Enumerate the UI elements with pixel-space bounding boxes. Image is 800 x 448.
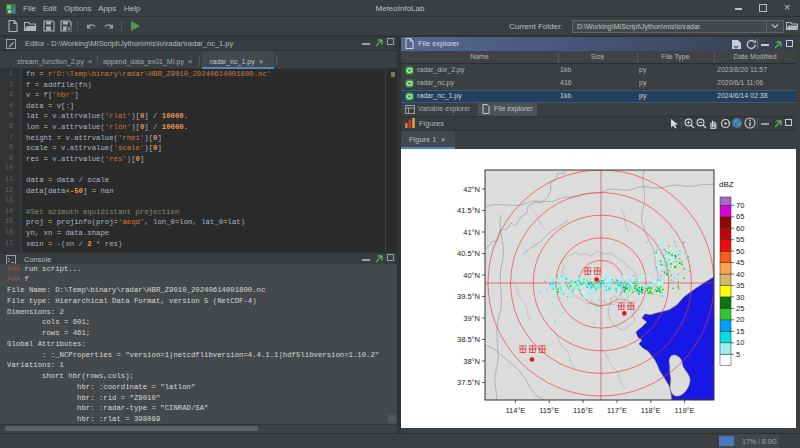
svg-text:65: 65 <box>736 212 744 221</box>
svg-text:40: 40 <box>736 270 744 279</box>
svg-text:10: 10 <box>736 338 744 347</box>
svg-text:70: 70 <box>736 201 744 210</box>
svg-text:5: 5 <box>736 350 740 359</box>
svg-text:41.5°N: 41.5°N <box>457 206 480 215</box>
svg-text:38°N: 38°N <box>463 357 480 366</box>
svg-text:38.5°N: 38.5°N <box>457 335 480 344</box>
svg-text:35: 35 <box>736 281 744 290</box>
svg-text:40.5°N: 40.5°N <box>457 249 480 258</box>
svg-text:37.5°N: 37.5°N <box>457 378 480 387</box>
svg-text:dBZ: dBZ <box>719 180 734 189</box>
svg-text:30: 30 <box>736 293 744 302</box>
svg-text:118°E: 118°E <box>641 406 661 415</box>
svg-text:20: 20 <box>736 315 744 324</box>
svg-text:45: 45 <box>736 258 744 267</box>
svg-text:117°E: 117°E <box>607 406 627 415</box>
svg-text:41°N: 41°N <box>463 228 480 237</box>
svg-text:114°E: 114°E <box>505 406 525 415</box>
svg-text:25: 25 <box>736 304 744 313</box>
svg-text:40°N: 40°N <box>463 271 480 280</box>
svg-text:39°N: 39°N <box>463 314 480 323</box>
svg-text:50: 50 <box>736 247 744 256</box>
svg-text:39.5°N: 39.5°N <box>457 292 480 301</box>
svg-text:119°E: 119°E <box>675 406 695 415</box>
svg-text:15: 15 <box>736 327 744 336</box>
svg-text:55: 55 <box>736 235 744 244</box>
svg-text:60: 60 <box>736 224 744 233</box>
svg-text:116°E: 116°E <box>573 406 593 415</box>
svg-text:42°N: 42°N <box>463 185 480 194</box>
svg-text:115°E: 115°E <box>539 406 559 415</box>
